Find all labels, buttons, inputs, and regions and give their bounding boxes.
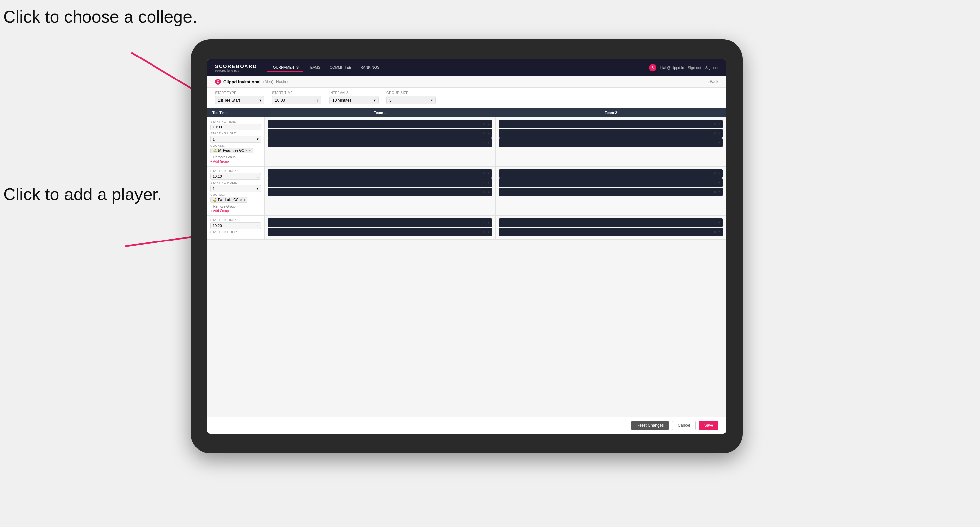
reset-changes-button[interactable]: Reset Changes xyxy=(631,421,669,430)
chevron-icon[interactable]: ▾ xyxy=(488,132,489,135)
course-tag-1[interactable]: ⛳ (A) Peachtree GC ✕ ▾ xyxy=(210,148,253,154)
chevron-icon[interactable]: ▾ xyxy=(488,230,489,233)
start-type-label: Start Type xyxy=(215,91,264,95)
x-icon[interactable]: ✕ xyxy=(483,190,486,194)
chevron-icon[interactable]: ▾ xyxy=(718,221,720,224)
player-slot[interactable]: ✕ ▾ xyxy=(268,178,492,187)
chevron-icon[interactable]: ▾ xyxy=(718,132,720,135)
player-slot[interactable]: ✕ ▾ xyxy=(268,228,492,236)
app: SCOREBOARD Powered by clippd TOURNAMENTS… xyxy=(207,59,726,434)
starting-time-input-1[interactable]: 10:00 ℹ xyxy=(210,124,261,130)
player-slot[interactable]: ✕ ▾ xyxy=(499,129,723,138)
chevron-down-icon: ▾ xyxy=(259,98,261,103)
starting-time-input-3[interactable]: 10:20 ℹ xyxy=(210,222,261,229)
tablet-frame: SCOREBOARD Powered by clippd TOURNAMENTS… xyxy=(191,40,743,453)
player-slot[interactable]: ✕ ▾ xyxy=(268,129,492,138)
group-size-select[interactable]: 3 ▾ xyxy=(387,96,436,105)
course-tag-2[interactable]: ⛳ East Lake GC ✕ ▾ xyxy=(210,197,247,203)
x-icon[interactable]: ✕ xyxy=(714,230,716,233)
player-slot[interactable]: ✕ ▾ xyxy=(499,169,723,178)
player-slot[interactable]: ✕ ▾ xyxy=(268,120,492,129)
x-icon[interactable]: ✕ xyxy=(483,181,486,184)
x-icon[interactable]: ✕ xyxy=(714,221,716,224)
sign-out-link[interactable]: Sign out xyxy=(688,66,701,70)
x-icon[interactable]: ✕ xyxy=(483,221,486,224)
starting-hole-input-2[interactable]: 1 ▾ xyxy=(210,185,261,192)
x-icon[interactable]: ✕ xyxy=(714,181,716,184)
table-header-row: Tee Time Team 1 Team 2 xyxy=(207,108,726,117)
player-slot[interactable]: ✕ ▾ xyxy=(499,138,723,147)
chevron-icon[interactable]: ▾ xyxy=(718,122,720,126)
left-col-1: STARTING TIME: 10:00 ℹ STARTING HOLE: 1 … xyxy=(207,117,264,166)
tab-tournaments[interactable]: TOURNAMENTS xyxy=(267,63,303,72)
x-icon[interactable]: ✕ xyxy=(714,172,716,175)
starting-hole-input-1[interactable]: 1 ▾ xyxy=(210,136,261,143)
chevron-down-icon-2: ▾ xyxy=(374,98,375,103)
starting-time-label-3: STARTING TIME: xyxy=(210,219,261,222)
player-slot[interactable]: ✕ ▾ xyxy=(268,219,492,227)
starting-time-label-1: STARTING TIME: xyxy=(210,120,261,123)
x-icon[interactable]: ✕ xyxy=(483,122,486,126)
info-icon-1: ℹ xyxy=(257,125,259,129)
remove-course-icon-2[interactable]: ✕ xyxy=(240,198,242,202)
chevron-icon[interactable]: ▾ xyxy=(488,190,489,194)
chevron-icon[interactable]: ▾ xyxy=(488,141,489,144)
remove-group-btn-2[interactable]: ○ Remove Group xyxy=(210,205,261,208)
intervals-label: Intervals xyxy=(329,91,379,95)
remove-course-icon-1[interactable]: ✕ xyxy=(245,149,248,152)
starting-time-input-2[interactable]: 10:10 ℹ xyxy=(210,173,261,180)
player-slot[interactable]: ✕ ▾ xyxy=(499,228,723,236)
cancel-button[interactable]: Cancel xyxy=(672,421,695,430)
chevron-icon[interactable]: ▾ xyxy=(488,122,489,126)
team1-col-1: ✕ ▾ ✕ ▾ ✕ ▾ xyxy=(264,117,496,166)
player-slot[interactable]: ✕ ▾ xyxy=(499,120,723,129)
x-icon[interactable]: ✕ xyxy=(483,230,486,233)
x-icon[interactable]: ✕ xyxy=(483,172,486,175)
x-icon[interactable]: ✕ xyxy=(483,132,486,135)
player-slot[interactable]: ✕ ▾ xyxy=(268,169,492,178)
chevron-icon[interactable]: ▾ xyxy=(488,172,489,175)
player-slot[interactable]: ✕ ▾ xyxy=(268,187,492,196)
chevron-icon[interactable]: ▾ xyxy=(718,141,720,144)
tournament-gender: (Men) xyxy=(263,79,274,84)
course-flag-icon: ⛳ xyxy=(213,149,216,152)
add-group-btn-1[interactable]: + Add Group xyxy=(210,160,261,163)
x-icon[interactable]: ✕ xyxy=(714,132,716,135)
tab-committee[interactable]: COMMITTEE xyxy=(326,63,355,72)
footer: Reset Changes Cancel Save xyxy=(207,417,726,434)
chevron-icon-2: ▾ xyxy=(257,186,259,190)
chevron-icon[interactable]: ▾ xyxy=(718,172,720,175)
x-icon[interactable]: ✕ xyxy=(483,141,486,144)
add-group-btn-2[interactable]: + Add Group xyxy=(210,209,261,213)
starting-hole-label-2: STARTING HOLE: xyxy=(210,181,261,184)
tab-teams[interactable]: TEAMS xyxy=(304,63,325,72)
chevron-icon[interactable]: ▾ xyxy=(718,230,720,233)
save-button[interactable]: Save xyxy=(699,421,718,430)
x-icon[interactable]: ✕ xyxy=(714,190,716,194)
chevron-icon[interactable]: ▾ xyxy=(488,181,489,184)
chevron-course-icon-2[interactable]: ▾ xyxy=(243,198,245,202)
course-label-2: COURSE: xyxy=(210,193,261,197)
back-button[interactable]: ‹ Back xyxy=(707,79,718,84)
intervals-select[interactable]: 10 Minutes ▾ xyxy=(329,96,379,105)
player-slot[interactable]: ✕ ▾ xyxy=(268,138,492,147)
chevron-icon[interactable]: ▾ xyxy=(488,221,489,224)
remove-group-btn-1[interactable]: ○ Remove Group xyxy=(210,156,261,159)
start-time-input[interactable]: 10:00 ℹ xyxy=(272,96,321,105)
chevron-course-icon-1[interactable]: ▾ xyxy=(249,149,251,152)
header-right: B blair@clippd.io Sign out Sign out xyxy=(649,64,718,71)
x-icon[interactable]: ✕ xyxy=(714,122,716,126)
player-slot[interactable]: ✕ ▾ xyxy=(499,219,723,227)
tab-rankings[interactable]: RANKINGS xyxy=(356,63,383,72)
user-email: blair@clippd.io xyxy=(660,66,684,70)
info-icon-2: ℹ xyxy=(257,175,259,178)
x-icon[interactable]: ✕ xyxy=(714,141,716,144)
team2-col-1: ✕ ▾ ✕ ▾ ✕ ▾ xyxy=(496,117,727,166)
sign-out-text[interactable]: Sign out xyxy=(705,66,718,70)
table-row: STARTING TIME: 10:10 ℹ STARTING HOLE: 1 … xyxy=(207,167,726,216)
player-slot[interactable]: ✕ ▾ xyxy=(499,178,723,187)
chevron-icon[interactable]: ▾ xyxy=(718,190,720,194)
chevron-icon[interactable]: ▾ xyxy=(718,181,720,184)
start-type-select[interactable]: 1st Tee Start ▾ xyxy=(215,96,264,105)
player-slot[interactable]: ✕ ▾ xyxy=(499,187,723,196)
